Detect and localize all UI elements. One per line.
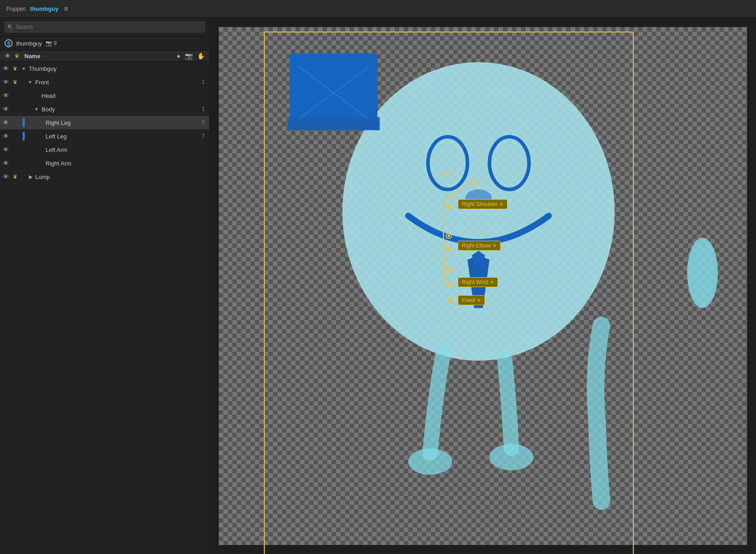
svg-point-15 <box>408 449 452 475</box>
layer-name: Left Leg <box>46 133 202 140</box>
mid-joint-2[interactable] <box>447 266 453 273</box>
expand-arrow[interactable]: ▶ <box>29 174 35 180</box>
search-input[interactable] <box>5 22 205 32</box>
eye-icon[interactable]: 👁 <box>3 146 13 153</box>
layer-name: Right Arm <box>46 160 207 167</box>
search-bar <box>0 18 209 37</box>
header-crown-icon: ♛ <box>14 53 24 59</box>
layer-number: 1 <box>202 106 205 112</box>
visibility-toggle-icon[interactable]: ● <box>177 52 180 60</box>
layer-row[interactable]: 👁 ♛ ▶ Lump <box>0 170 209 183</box>
puppet-label: Puppet: <box>6 5 27 12</box>
canvas-viewport: origin Right Shoulder ✕ <box>219 27 747 545</box>
origin-text: origin <box>440 171 452 177</box>
header-action-icons: ● 📷 ✋ <box>177 52 205 60</box>
right-shoulder-joint[interactable] <box>446 203 452 210</box>
right-wrist-text: Right Wrist <box>462 279 488 285</box>
fixed-text: Fixed <box>462 297 475 303</box>
svg-point-16 <box>489 444 533 470</box>
layer-row[interactable]: 👁 Right Leg 7 <box>0 116 209 129</box>
eye-icon[interactable]: 👁 <box>3 92 13 99</box>
header-name-label: Name <box>24 53 177 60</box>
svg-rect-10 <box>287 117 379 130</box>
right-elbow-joint[interactable] <box>446 245 452 251</box>
svg-rect-9 <box>290 53 378 124</box>
expand-arrow[interactable]: ▾ <box>35 106 41 112</box>
puppet-info-row: 👤 thumbguy 📷 9 <box>0 37 209 50</box>
layer-name: Body <box>41 106 202 113</box>
layer-row[interactable]: 👁 ▾ Body 1 <box>0 102 209 116</box>
top-bar: Puppet: thumbguy ≡ <box>0 0 756 18</box>
eye-icon[interactable]: 👁 <box>3 133 13 140</box>
canvas-area[interactable]: origin Right Shoulder ✕ <box>210 18 756 554</box>
person-icon: 👤 <box>5 39 13 47</box>
layer-name: Head <box>41 92 207 99</box>
camera-header-icon[interactable]: 📷 <box>185 52 193 60</box>
layer-row[interactable]: 👁 ♛ ▾ Thumbguy <box>0 62 209 75</box>
puppet-pin-icon[interactable]: ✋ <box>197 52 205 60</box>
expand-arrow[interactable]: ▾ <box>23 66 29 72</box>
right-elbow-text: Right Elbow <box>462 243 491 249</box>
layer-list-header: 👁 ♛ Name ● 📷 ✋ <box>0 50 209 62</box>
main-layout: 👤 thumbguy 📷 9 👁 ♛ Name ● 📷 ✋ 👁 ♛ <box>0 18 756 554</box>
camera-icon: 📷 <box>46 40 52 46</box>
origin-joint-dot[interactable] <box>470 179 477 186</box>
right-wrist-close[interactable]: ✕ <box>490 279 494 285</box>
layer-row[interactable]: 👁 Right Arm <box>0 156 209 170</box>
fixed-close[interactable]: ✕ <box>477 298 481 303</box>
puppet-info-name: thumbguy <box>16 40 42 47</box>
origin-label: origin <box>440 171 452 177</box>
layer-number: 7 <box>202 119 205 126</box>
layer-row[interactable]: 👁 ♛ ▾ Front 1 <box>0 75 209 89</box>
eye-icon[interactable]: 👁 <box>3 105 13 113</box>
layer-name: Right Leg <box>46 119 202 126</box>
right-shoulder-close[interactable]: ✕ <box>499 201 503 207</box>
layer-list: 👁 ♛ ▾ Thumbguy 👁 ♛ ▾ Front 1 👁 Head <box>0 62 209 554</box>
right-wrist-joint[interactable] <box>447 281 453 287</box>
crown-icon: ♛ <box>13 174 23 180</box>
fixed-joint[interactable] <box>447 298 454 304</box>
layer-name: Thumbguy <box>29 65 207 72</box>
eye-icon[interactable]: 👁 <box>3 160 13 167</box>
puppet-info-badge: 📷 9 <box>46 40 57 46</box>
layer-number: 7 <box>202 133 205 139</box>
header-eye-icon: 👁 <box>5 52 14 60</box>
right-shoulder-text: Right Shoulder <box>462 201 498 207</box>
eye-icon[interactable]: 👁 <box>3 78 13 86</box>
svg-point-13 <box>687 238 718 308</box>
sidebar-panel: 👤 thumbguy 📷 9 👁 ♛ Name ● 📷 ✋ 👁 ♛ <box>0 18 210 554</box>
right-shoulder-label: Right Shoulder ✕ <box>458 199 507 209</box>
eye-icon[interactable]: 👁 <box>3 65 13 72</box>
layer-name: Left Arm <box>46 147 207 153</box>
svg-point-0 <box>342 62 615 361</box>
crown-icon: ♛ <box>13 79 23 85</box>
fixed-label: Fixed ✕ <box>458 295 485 305</box>
expand-arrow[interactable]: ▾ <box>29 79 35 85</box>
layer-name: Lump <box>35 174 207 180</box>
menu-icon[interactable]: ≡ <box>64 5 68 13</box>
crown-icon: ♛ <box>13 65 23 72</box>
layer-row[interactable]: 👁 Head <box>0 89 209 102</box>
eye-icon[interactable]: 👁 <box>3 173 13 180</box>
puppet-badge-count: 9 <box>54 40 57 46</box>
right-elbow-label: Right Elbow ✕ <box>458 241 501 251</box>
layer-name: Front <box>35 79 202 86</box>
mid-joint-1[interactable] <box>446 233 452 239</box>
layer-number: 1 <box>202 79 205 85</box>
layer-row[interactable]: 👁 Left Arm <box>0 143 209 156</box>
right-wrist-label: Right Wrist ✕ <box>458 277 498 287</box>
layer-row[interactable]: 👁 Left Leg 7 <box>0 129 209 143</box>
eye-icon[interactable]: 👁 <box>3 119 13 126</box>
right-elbow-close[interactable]: ✕ <box>493 243 497 249</box>
puppet-name[interactable]: thumbguy <box>30 5 59 12</box>
